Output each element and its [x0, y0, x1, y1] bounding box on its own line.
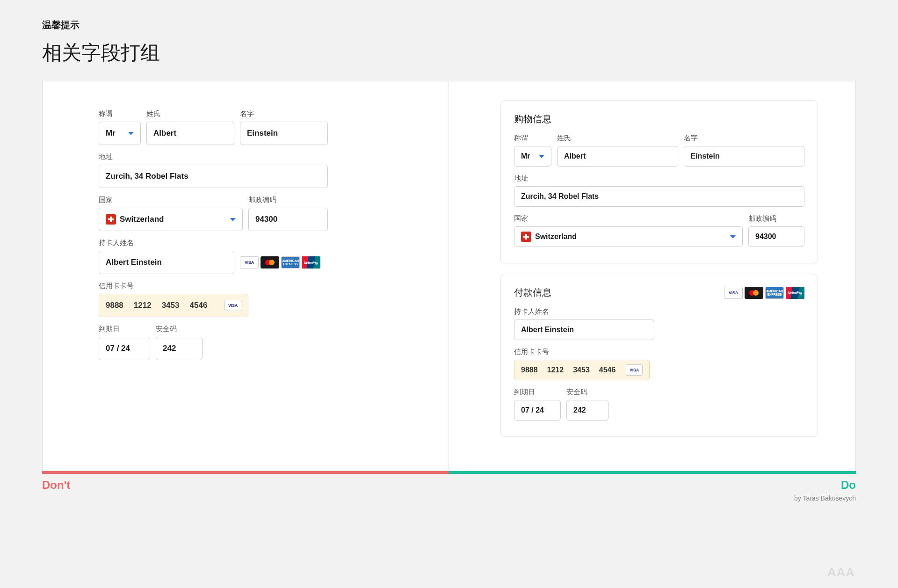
lastname-label: 姓氏 — [557, 134, 678, 143]
country-value: Switzerland — [535, 232, 577, 241]
expiry-label: 到期日 — [99, 325, 150, 334]
salutation-label: 称谓 — [514, 134, 551, 143]
address-value: Zurcih, 34 Robel Flats — [521, 192, 599, 201]
firstname-label: 名字 — [240, 109, 328, 118]
lastname-value: Albert — [153, 129, 176, 138]
payment-info-card: 付款信息 VISA AMERICAN EXPRESS UnionPay 持卡人姓… — [500, 274, 818, 437]
firstname-value: Einstein — [691, 152, 720, 160]
cc-group-4: 4546 — [189, 301, 207, 310]
tip-label: 温馨提示 — [42, 19, 856, 31]
do-panel: 购物信息 称谓 Mr 姓氏 Albert 名字 Einstein — [449, 81, 855, 471]
expiry-label: 到期日 — [514, 388, 561, 397]
cvc-input[interactable]: 242 — [156, 337, 203, 360]
payment-info-title: 付款信息 VISA AMERICAN EXPRESS UnionPay — [514, 286, 804, 299]
lastname-value: Albert — [564, 152, 586, 160]
country-select[interactable]: Switzerland — [99, 208, 243, 231]
cardholder-label: 持卡人姓名 — [514, 307, 654, 316]
do-bar — [449, 471, 856, 474]
chevron-down-icon — [730, 235, 736, 239]
cc-group-2: 1212 — [134, 301, 152, 310]
firstname-value: Einstein — [247, 129, 278, 138]
cardholder-value: Albert Einstein — [521, 326, 574, 334]
cc-group-3: 3453 — [162, 301, 180, 310]
postcode-value: 94300 — [255, 215, 277, 224]
watermark: AAA — [827, 565, 855, 580]
lastname-input[interactable]: Albert — [557, 146, 678, 167]
expiry-input[interactable]: 07 / 24 — [514, 400, 561, 421]
postcode-label: 邮政编码 — [248, 196, 328, 204]
shopping-info-title: 购物信息 — [514, 113, 804, 125]
firstname-input[interactable]: Einstein — [684, 146, 805, 167]
salutation-select[interactable]: Mr — [514, 146, 551, 167]
lastname-label: 姓氏 — [146, 109, 234, 118]
cc-group-2: 1212 — [547, 366, 564, 374]
amex-icon: AMERICAN EXPRESS — [281, 256, 300, 269]
visa-icon: VISA — [724, 287, 743, 299]
cvc-label: 安全码 — [566, 388, 608, 397]
mastercard-icon — [745, 287, 763, 299]
cardholder-input[interactable]: Albert Einstein — [514, 319, 654, 340]
cardnumber-label: 信用卡卡号 — [99, 282, 248, 290]
dont-panel: 称谓 Mr 姓氏 Albert 名字 Einstein 地址 — [43, 81, 449, 471]
chevron-down-icon — [230, 218, 236, 221]
cc-group-1: 9888 — [106, 301, 123, 310]
expiry-input[interactable]: 07 / 24 — [99, 337, 150, 360]
byline: by Taras Bakusevych — [42, 494, 856, 502]
cc-group-4: 4546 — [599, 366, 616, 374]
salutation-label: 称谓 — [99, 109, 141, 118]
address-label: 地址 — [514, 174, 804, 183]
country-label: 国家 — [514, 214, 743, 223]
salutation-select[interactable]: Mr — [99, 122, 141, 145]
expiry-value: 07 / 24 — [106, 344, 130, 353]
comparison-panel: 称谓 Mr 姓氏 Albert 名字 Einstein 地址 — [42, 81, 856, 471]
address-label: 地址 — [99, 152, 328, 161]
cc-group-3: 3453 — [573, 366, 590, 374]
cardholder-input[interactable]: Albert Einstein — [99, 251, 234, 274]
cardholder-value: Albert Einstein — [106, 258, 162, 267]
cardnumber-input[interactable]: 9888 1212 3453 4546 VISA — [99, 294, 248, 317]
postcode-input[interactable]: 94300 — [248, 208, 328, 231]
postcode-value: 94300 — [755, 232, 776, 241]
expiry-value: 07 / 24 — [521, 406, 544, 414]
salutation-value: Mr — [106, 129, 116, 138]
country-label: 国家 — [99, 196, 243, 204]
chevron-down-icon — [539, 155, 544, 158]
address-input[interactable]: Zurcih, 34 Robel Flats — [514, 186, 804, 207]
address-value: Zurcih, 34 Robel Flats — [106, 172, 188, 181]
switzerland-flag-icon — [106, 214, 116, 225]
cardnumber-input[interactable]: 9888 1212 3453 4546 VISA — [514, 360, 650, 380]
unionpay-icon: UnionPay — [786, 287, 804, 299]
cardnumber-label: 信用卡卡号 — [514, 348, 650, 356]
page-title: 相关字段打组 — [42, 40, 856, 66]
country-value: Switzerland — [120, 215, 164, 224]
salutation-value: Mr — [521, 152, 530, 160]
postcode-input[interactable]: 94300 — [748, 226, 804, 247]
amex-icon: AMERICAN EXPRESS — [765, 287, 784, 299]
visa-icon: VISA — [224, 300, 241, 311]
address-input[interactable]: Zurcih, 34 Robel Flats — [99, 165, 328, 188]
lastname-input[interactable]: Albert — [146, 122, 234, 145]
dont-bar — [42, 471, 449, 474]
cvc-input[interactable]: 242 — [566, 400, 608, 421]
mastercard-icon — [261, 256, 279, 269]
cc-group-1: 9888 — [521, 366, 538, 374]
cardholder-label: 持卡人姓名 — [99, 239, 234, 247]
card-brand-row: VISA AMERICAN EXPRESS UnionPay — [240, 256, 320, 269]
card-brand-row: VISA AMERICAN EXPRESS UnionPay — [724, 287, 804, 299]
cvc-value: 242 — [163, 344, 176, 353]
do-label: Do — [841, 479, 856, 492]
switzerland-flag-icon — [521, 232, 531, 242]
visa-icon: VISA — [240, 256, 259, 269]
dont-label: Don't — [42, 479, 70, 492]
shopping-info-card: 购物信息 称谓 Mr 姓氏 Albert 名字 Einstein — [500, 100, 818, 263]
unionpay-icon: UnionPay — [302, 256, 320, 269]
country-select[interactable]: Switzerland — [514, 226, 743, 247]
visa-icon: VISA — [626, 364, 643, 376]
postcode-label: 邮政编码 — [748, 214, 804, 223]
cvc-value: 242 — [573, 406, 586, 414]
firstname-label: 名字 — [684, 134, 805, 143]
cvc-label: 安全码 — [156, 325, 203, 334]
chevron-down-icon — [128, 132, 134, 135]
firstname-input[interactable]: Einstein — [240, 122, 328, 145]
footer-bars — [42, 471, 856, 474]
